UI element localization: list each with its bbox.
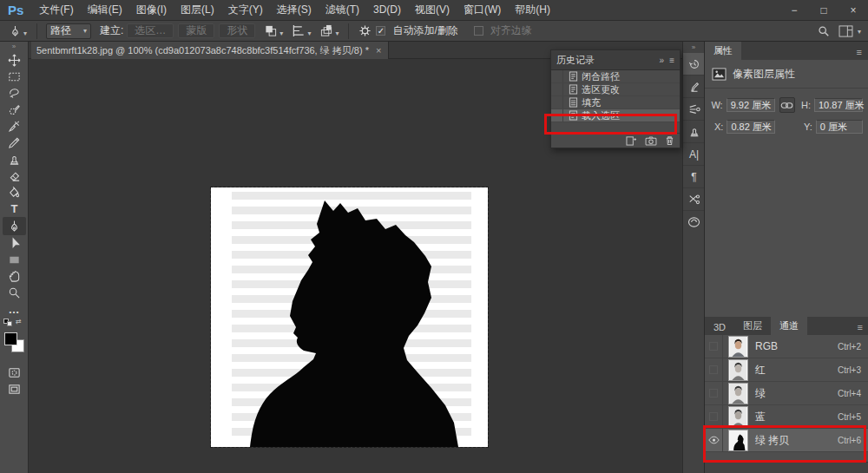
path-operations-icon[interactable]: ▾ — [264, 24, 283, 37]
dock-collapse-icon[interactable]: » — [683, 42, 704, 53]
history-state-icon — [569, 110, 578, 121]
menu-filter[interactable]: 滤镜(T) — [319, 0, 366, 20]
width-field[interactable]: 9.92 厘米 — [727, 98, 775, 112]
chevron-down-icon: ▾ — [23, 30, 27, 37]
link-dimensions-icon[interactable] — [779, 97, 796, 113]
panel-collapse-icon[interactable]: » — [660, 56, 665, 65]
menu-file[interactable]: 文件(F) — [32, 0, 80, 20]
panel-menu-icon[interactable]: ≡ — [851, 44, 868, 60]
make-shape-button[interactable]: 形状 — [219, 23, 255, 38]
toolbar-collapse-icon[interactable]: » — [0, 42, 28, 52]
channel-row-green[interactable]: 绿 Ctrl+4 — [705, 382, 868, 405]
close-button[interactable]: × — [838, 0, 868, 21]
pen-tool[interactable] — [3, 217, 26, 235]
menu-window[interactable]: 窗口(W) — [457, 0, 508, 20]
tab-properties[interactable]: 属性 — [705, 42, 741, 60]
search-icon[interactable] — [818, 25, 830, 37]
panel-menu-icon[interactable]: ≡ — [669, 56, 674, 65]
pen-tool-preset-icon[interactable]: ▾ — [9, 24, 27, 37]
height-field[interactable]: 10.87 厘米 — [814, 98, 863, 112]
x-field[interactable]: 0.82 厘米 — [727, 120, 775, 134]
visibility-well[interactable] — [705, 335, 723, 358]
menu-3d[interactable]: 3D(D) — [366, 0, 408, 20]
history-item[interactable]: 选区更改 — [551, 83, 680, 96]
quick-selection-tool[interactable] — [0, 102, 29, 118]
move-tool[interactable] — [0, 52, 29, 69]
more-tools-icon[interactable]: … — [0, 301, 29, 318]
tab-layers[interactable]: 图层 — [734, 317, 771, 335]
menu-select[interactable]: 选择(S) — [270, 0, 319, 20]
zoom-tool[interactable] — [0, 285, 29, 301]
channel-row-red[interactable]: 红 Ctrl+3 — [705, 358, 868, 382]
gear-icon[interactable] — [358, 24, 372, 37]
screen-mode-button[interactable] — [0, 381, 29, 397]
canvas-image[interactable] — [211, 187, 488, 447]
eraser-tool[interactable] — [0, 168, 29, 184]
clone-source-icon[interactable] — [683, 121, 705, 143]
swap-colors-icon[interactable]: ⇄ — [16, 318, 22, 325]
history-item[interactable]: 闭合路径 — [551, 70, 680, 83]
gradient-bucket-tool[interactable] — [0, 184, 29, 200]
workspace-switcher-icon[interactable]: ▾ — [838, 25, 861, 37]
tab-channels[interactable]: 通道 — [771, 317, 807, 335]
brush-tool[interactable] — [0, 135, 29, 151]
menu-help[interactable]: 帮助(H) — [508, 0, 557, 20]
visibility-well[interactable] — [705, 358, 723, 381]
shape-tool[interactable] — [0, 252, 29, 268]
menu-edit[interactable]: 编辑(E) — [81, 0, 129, 20]
panel-menu-icon[interactable]: ≡ — [852, 319, 868, 335]
eyedropper-tool[interactable] — [0, 118, 29, 135]
default-swap-colors[interactable]: ⇄ — [0, 318, 29, 328]
channel-row-rgb[interactable]: RGB Ctrl+2 — [705, 335, 868, 358]
brush-presets-icon[interactable] — [683, 98, 705, 121]
path-selection-tool[interactable] — [0, 235, 29, 252]
path-alignment-icon[interactable]: ▾ — [292, 24, 311, 37]
channel-row-blue[interactable]: 蓝 Ctrl+5 — [705, 405, 868, 429]
document-tab[interactable]: 5entbmrft1k28.jpg @ 100% (cd9a012073a8c7… — [31, 42, 389, 59]
brush-settings-icon[interactable] — [683, 76, 705, 98]
history-state-icon — [569, 97, 578, 108]
document-title: 5entbmrft1k28.jpg @ 100% (cd9a012073a8c7… — [36, 44, 369, 57]
delete-state-trash-icon[interactable] — [665, 135, 674, 146]
menu-type[interactable]: 文字(Y) — [221, 0, 270, 20]
menu-image[interactable]: 图像(I) — [129, 0, 174, 20]
path-arrangement-icon[interactable]: ▾ — [319, 24, 339, 37]
visibility-well[interactable] — [705, 405, 723, 428]
options-bar: ▾ 路径 ▾ 建立: 选区… 蒙版 形状 ▾ ▾ ▾ ✓ 自动添加/删除 对齐边… — [0, 21, 868, 42]
menu-view[interactable]: 视图(V) — [408, 0, 457, 20]
align-edges-checkbox[interactable] — [474, 26, 483, 36]
lasso-tool[interactable] — [0, 85, 29, 102]
visibility-eye-icon[interactable] — [705, 429, 723, 451]
channel-row-green-copy[interactable]: 绿 拷贝 Ctrl+6 — [705, 429, 868, 452]
visibility-well[interactable] — [705, 382, 723, 404]
hand-tool[interactable] — [0, 268, 29, 285]
history-item-selected[interactable]: 载入选区 — [551, 109, 680, 122]
creative-cloud-icon[interactable] — [683, 211, 705, 233]
channel-label: 绿 拷贝 — [755, 433, 789, 448]
auto-add-checkbox[interactable]: ✓ — [376, 26, 385, 36]
quick-mask-button[interactable] — [0, 365, 29, 381]
tool-mode-select[interactable]: 路径 ▾ — [46, 23, 91, 39]
history-panel-icon[interactable] — [683, 53, 705, 76]
paragraph-panel-icon[interactable]: ¶ — [683, 166, 705, 188]
y-field[interactable]: 0 厘米 — [816, 120, 863, 134]
type-tool[interactable]: T — [0, 200, 29, 217]
menu-layer[interactable]: 图层(L) — [174, 0, 221, 20]
new-document-from-state-icon[interactable] — [626, 135, 637, 146]
clone-stamp-tool[interactable] — [0, 151, 29, 168]
marquee-tool[interactable] — [0, 69, 29, 85]
channel-thumbnail — [728, 359, 748, 381]
align-edges-label: 对齐边缘 — [490, 23, 532, 38]
character-panel-icon[interactable]: A| — [683, 143, 705, 166]
channel-shortcut: Ctrl+4 — [838, 389, 861, 398]
maximize-button[interactable]: □ — [809, 0, 838, 21]
foreground-color-swatch[interactable] — [4, 332, 17, 345]
tool-presets-icon[interactable] — [683, 188, 705, 211]
tab-3d[interactable]: 3D — [705, 319, 734, 335]
new-snapshot-camera-icon[interactable] — [645, 136, 657, 146]
make-mask-button[interactable]: 蒙版 — [178, 23, 214, 38]
minimize-button[interactable]: − — [779, 0, 809, 21]
make-selection-button[interactable]: 选区… — [127, 23, 174, 38]
history-item[interactable]: 填充 — [551, 96, 680, 109]
tab-close-icon[interactable]: × — [376, 45, 381, 56]
